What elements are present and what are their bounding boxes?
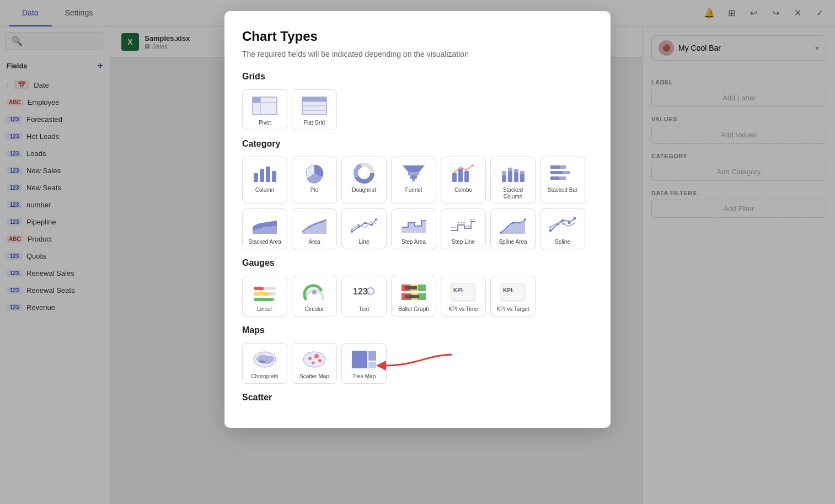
circular-label: Circular [305, 306, 324, 313]
kpi-vs-target-icon: KPI % [500, 282, 526, 303]
chart-type-scatter-map[interactable]: Scatter Map [292, 343, 337, 384]
svg-point-58 [568, 222, 571, 224]
svg-point-70 [367, 288, 374, 294]
chart-type-text[interactable]: 123 • Text [341, 276, 387, 317]
chart-type-stacked-bar[interactable]: Stacked Bar [540, 157, 585, 204]
svg-rect-67 [254, 298, 274, 301]
scatter-map-label: Scatter Map [299, 373, 329, 380]
svg-rect-22 [458, 169, 463, 182]
svg-text:123: 123 [353, 287, 368, 296]
text-icon: 123 • [351, 282, 377, 303]
step-line-icon [450, 215, 477, 235]
chart-type-spline[interactable]: Spline [540, 208, 585, 249]
svg-point-60 [549, 226, 552, 228]
category-grid: Column Pie [242, 157, 593, 249]
svg-point-46 [357, 226, 360, 228]
svg-point-26 [465, 169, 468, 171]
chart-type-line[interactable]: Line [341, 208, 387, 249]
kpi-vs-time-label: KPI vs Time [448, 306, 478, 313]
svg-point-48 [371, 224, 373, 226]
column-label: Column [255, 187, 274, 194]
spline-label: Spline [555, 239, 570, 245]
area-label: Area [308, 239, 320, 245]
chart-type-column[interactable]: Column [242, 157, 287, 204]
stacked-area-icon [251, 215, 278, 235]
chart-type-doughnut[interactable]: Doughnut [341, 157, 387, 204]
svg-rect-31 [508, 168, 512, 171]
kpi-vs-target-label: KPI vs Target [496, 306, 529, 313]
spline-area-label: Spline Area [499, 239, 527, 245]
svg-rect-28 [502, 175, 506, 182]
svg-point-45 [351, 230, 353, 233]
stacked-column-icon [500, 163, 526, 184]
chart-type-kpi-vs-time[interactable]: KPI % KPI vs Time [441, 276, 486, 317]
chart-type-kpi-vs-target[interactable]: KPI % KPI vs Target [490, 276, 536, 317]
svg-rect-34 [520, 174, 524, 182]
flat-grid-label: Flat Grid [304, 120, 325, 126]
column-icon [251, 163, 278, 184]
chart-type-stacked-column[interactable]: Stacked Column [490, 157, 536, 204]
stacked-column-label: Stacked Column [494, 187, 532, 200]
svg-point-47 [364, 222, 366, 224]
arrow-annotation [381, 349, 458, 379]
section-title-grids: Grids [242, 72, 593, 82]
step-area-icon [400, 215, 427, 235]
svg-point-87 [303, 352, 325, 367]
svg-point-49 [375, 218, 377, 221]
combo-icon [450, 163, 477, 184]
svg-text:%: % [510, 288, 514, 293]
text-label: Text [359, 306, 369, 313]
svg-point-24 [453, 171, 456, 173]
chart-type-bullet-graph[interactable]: Bullet Graph [391, 276, 436, 317]
tree-map-label: Tree Map [352, 373, 376, 380]
kpi-vs-time-icon: KPI % [450, 282, 477, 303]
tree-map-icon [351, 349, 377, 370]
svg-point-42 [308, 226, 310, 228]
svg-rect-65 [254, 292, 269, 296]
svg-point-88 [308, 357, 312, 360]
svg-rect-40 [550, 176, 559, 180]
svg-point-68 [312, 290, 317, 294]
linear-label: Linear [257, 306, 272, 313]
svg-point-43 [314, 223, 317, 225]
chart-type-step-area[interactable]: Step Area [391, 208, 436, 249]
chart-type-tree-map[interactable]: Tree Map [341, 343, 387, 384]
chart-type-pie[interactable]: Pie [292, 157, 337, 204]
svg-point-27 [472, 164, 474, 167]
spline-icon [549, 215, 576, 235]
choropleth-icon [251, 349, 278, 370]
svg-rect-29 [502, 171, 506, 175]
svg-point-61 [563, 223, 565, 225]
svg-rect-33 [514, 169, 518, 172]
chart-type-flat-grid[interactable]: Flat Grid [292, 89, 337, 130]
svg-rect-30 [508, 171, 512, 182]
chart-type-choropleth[interactable]: Choropleth [242, 343, 287, 384]
svg-point-90 [312, 362, 315, 364]
circular-icon [301, 282, 328, 303]
section-title-maps: Maps [242, 325, 593, 335]
spline-area-icon [500, 215, 526, 235]
chart-type-spline-area[interactable]: Spline Area [490, 208, 536, 249]
svg-point-59 [574, 217, 576, 220]
svg-rect-41 [559, 176, 566, 180]
svg-rect-8 [302, 97, 326, 101]
chart-type-area[interactable]: Area [292, 208, 337, 249]
modal-overlay[interactable]: Chart Types The required fields will be … [0, 0, 835, 504]
svg-rect-36 [550, 165, 560, 169]
line-label: Line [359, 239, 370, 245]
combo-label: Combo [454, 187, 472, 194]
chart-type-circular[interactable]: Circular [292, 276, 337, 317]
svg-text:•: • [369, 289, 371, 294]
choropleth-label: Choropleth [251, 373, 279, 380]
chart-type-funnel[interactable]: Funnel [391, 157, 436, 204]
svg-rect-75 [405, 286, 417, 289]
chart-type-pivot[interactable]: Pivot [242, 89, 287, 130]
pie-icon [301, 163, 328, 184]
svg-rect-63 [254, 287, 264, 290]
chart-type-combo[interactable]: Combo [441, 157, 486, 204]
chart-type-stacked-area[interactable]: Stacked Area [242, 208, 287, 249]
maps-grid: Choropleth Scatter Map [242, 343, 593, 384]
svg-point-50 [351, 228, 353, 230]
chart-type-linear[interactable]: Linear [242, 276, 287, 317]
chart-type-step-line[interactable]: Step Line [441, 208, 486, 249]
